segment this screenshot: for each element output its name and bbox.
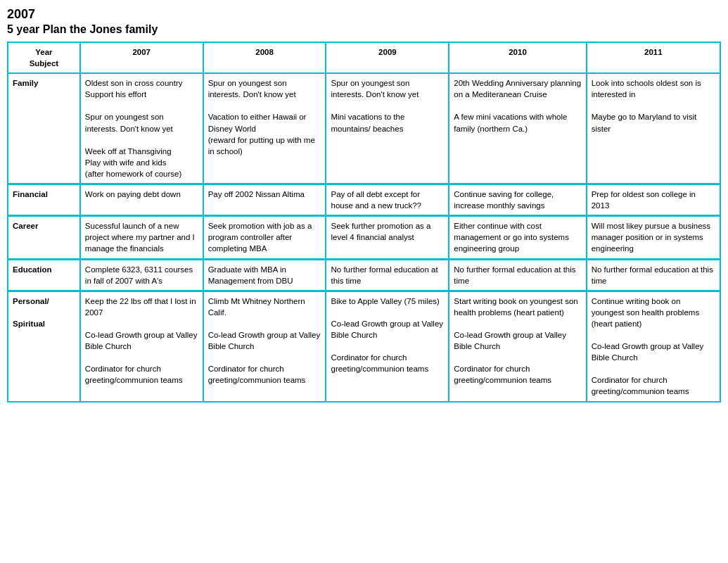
- cell-r0-c2: Spur on youngest son interests. Don't kn…: [326, 73, 449, 184]
- table-row: EducationComplete 6323, 6311 courses in …: [8, 259, 720, 291]
- page-subtitle: 5 year Plan the Jones family: [7, 23, 721, 36]
- cell-r3-c2: No further formal education at this time: [326, 259, 449, 291]
- subject-header: Year Subject: [8, 42, 80, 73]
- cell-r4-c4: Continue writing book on youngest son he…: [587, 291, 720, 401]
- table-row: FinancialWork on paying debt downPay off…: [8, 184, 720, 216]
- cell-r2-c0: Sucessful launch of a new project where …: [80, 216, 203, 259]
- subject-cell-3: Education: [8, 259, 80, 291]
- cell-r1-c3: Continue saving for college, increase mo…: [449, 184, 586, 216]
- subject-cell-2: Career: [8, 216, 80, 259]
- cell-r4-c1: Climb Mt Whitney Northern Calif. Co-lead…: [203, 291, 326, 401]
- year-2007-header: 2007: [80, 42, 203, 73]
- year-2009-header: 2009: [326, 42, 449, 73]
- year-2008-header: 2008: [203, 42, 326, 73]
- cell-r1-c1: Pay off 2002 Nissan Altima: [203, 184, 326, 216]
- table-row: Personal/ SpiritualKeep the 22 lbs off t…: [8, 291, 720, 401]
- cell-r0-c3: 20th Wedding Anniversary planning on a M…: [449, 73, 586, 184]
- cell-r3-c3: No further formal education at this time: [449, 259, 586, 291]
- cell-r3-c4: No further formal education at this time: [587, 259, 720, 291]
- cell-r3-c0: Complete 6323, 6311 courses in fall of 2…: [80, 259, 203, 291]
- cell-r0-c1: Spur on youngest son interests. Don't kn…: [203, 73, 326, 184]
- year-2011-header: 2011: [587, 42, 720, 73]
- header-row: Year Subject 2007 2008 2009 2010 2011: [8, 42, 720, 73]
- cell-r4-c3: Start writing book on youngest son healt…: [449, 291, 586, 401]
- subject-cell-4: Personal/ Spiritual: [8, 291, 80, 401]
- year-label: Year: [13, 46, 75, 58]
- cell-r4-c2: Bike to Apple Valley (75 miles) Co-lead …: [326, 291, 449, 401]
- cell-r2-c1: Seek promotion with job as a program con…: [203, 216, 326, 259]
- cell-r2-c2: Seek further promotion as a level 4 fina…: [326, 216, 449, 259]
- subject-cell-0: Family: [8, 73, 80, 184]
- subject-label-header: Subject: [13, 58, 75, 69]
- cell-r1-c2: Pay of all debt except for house and a n…: [326, 184, 449, 216]
- table-row: CareerSucessful launch of a new project …: [8, 216, 720, 259]
- cell-r0-c0: Oldest son in cross country Support his …: [80, 73, 203, 184]
- cell-r0-c4: Look into schools oldest son is interest…: [587, 73, 720, 184]
- cell-r2-c3: Either continue with cost management or …: [449, 216, 586, 259]
- cell-r1-c0: Work on paying debt down: [80, 184, 203, 216]
- table-row: FamilyOldest son in cross country Suppor…: [8, 73, 720, 184]
- page-title: 2007: [7, 7, 721, 22]
- year-2010-header: 2010: [449, 42, 586, 73]
- cell-r4-c0: Keep the 22 lbs off that I lost in 2007 …: [80, 291, 203, 401]
- cell-r2-c4: Will most likey pursue a business manage…: [587, 216, 720, 259]
- plan-table: Year Subject 2007 2008 2009 2010 2011 Fa…: [7, 42, 721, 403]
- subject-cell-1: Financial: [8, 184, 80, 216]
- cell-r1-c4: Prep for oldest son college in 2013: [587, 184, 720, 216]
- cell-r3-c1: Graduate with MBA in Management from DBU: [203, 259, 326, 291]
